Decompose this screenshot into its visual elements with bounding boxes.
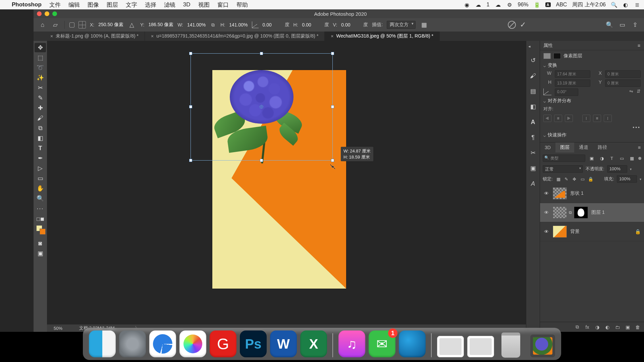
- menu-help[interactable]: 帮助: [236, 1, 248, 9]
- menu-extras-icon[interactable]: ≣: [634, 2, 640, 8]
- eraser-tool[interactable]: ◧: [35, 133, 46, 143]
- delete-layer-icon[interactable]: 🗑: [635, 324, 641, 330]
- mask-icon[interactable]: ◑: [594, 324, 600, 330]
- aspect-link-icon[interactable]: ⧉: [210, 21, 216, 28]
- layer-name[interactable]: 图层 1: [591, 209, 605, 216]
- menu-view[interactable]: 视图: [198, 1, 210, 9]
- cancel-transform-icon[interactable]: [508, 21, 516, 29]
- adjustment-icon[interactable]: ◐: [604, 324, 610, 330]
- input-source-text[interactable]: ABC: [556, 2, 567, 8]
- type-tool[interactable]: T: [35, 143, 46, 153]
- hskew-value[interactable]: 0.00: [302, 22, 320, 27]
- menu-select[interactable]: 选择: [145, 1, 156, 9]
- traffic-lights[interactable]: [37, 11, 57, 16]
- minimized-document-icon[interactable]: [530, 335, 555, 357]
- marquee-tool[interactable]: ⬚: [35, 53, 46, 62]
- pen-tool[interactable]: ✒: [35, 154, 46, 163]
- filter-image-icon[interactable]: ▣: [588, 155, 595, 162]
- lock-all-icon[interactable]: 🔒: [588, 176, 594, 182]
- transform-handle[interactable]: [189, 105, 192, 108]
- char-styles-panel-icon[interactable]: A: [529, 179, 537, 188]
- swatches-panel-icon[interactable]: ▤: [529, 87, 537, 96]
- quick-select-tool[interactable]: ✨: [35, 73, 46, 82]
- menu-3d[interactable]: 3D: [183, 1, 191, 8]
- align-bottom-icon[interactable]: ⫶: [604, 115, 612, 122]
- x-value[interactable]: 250.50 像素: [98, 22, 123, 28]
- lock-brush-icon[interactable]: ✎: [564, 176, 570, 182]
- quick-share-icon[interactable]: ▭: [618, 20, 627, 29]
- section-align[interactable]: 对齐并分布: [543, 98, 641, 104]
- transform-center-icon[interactable]: [260, 105, 263, 108]
- finder-app-icon[interactable]: [89, 330, 116, 357]
- adjust-panel-icon[interactable]: ◧: [529, 102, 537, 111]
- excel-app-icon[interactable]: X: [300, 330, 327, 357]
- layer-filter-search[interactable]: 类型: [543, 155, 585, 162]
- siri-icon[interactable]: ◐: [623, 2, 629, 8]
- menu-image[interactable]: 图像: [88, 1, 99, 9]
- properties-panel-header[interactable]: 属性 ≡: [540, 41, 644, 50]
- commit-transform-icon[interactable]: ✓: [520, 20, 526, 29]
- quick-mask-icon[interactable]: ◙: [35, 239, 46, 248]
- section-quick[interactable]: 快速操作: [543, 132, 641, 138]
- opacity-value[interactable]: 100%: [607, 165, 627, 173]
- menu-edit[interactable]: 编辑: [68, 1, 80, 9]
- libraries-panel-icon[interactable]: ▣: [529, 164, 537, 173]
- rectangle-tool[interactable]: ▭: [35, 174, 46, 183]
- zoom-value[interactable]: 50%: [54, 326, 62, 331]
- section-transform[interactable]: 变换: [543, 62, 641, 68]
- prop-x-value[interactable]: 0 厘米: [605, 70, 641, 78]
- close-window-button[interactable]: [37, 11, 42, 16]
- layer-row[interactable]: 👁 背景 🔒: [540, 222, 644, 241]
- battery-icon[interactable]: 🔋: [534, 2, 540, 8]
- search-icon[interactable]: 🔍: [605, 20, 614, 29]
- mini-swap-swatch[interactable]: [35, 214, 46, 223]
- apple-music-app-icon[interactable]: ♫: [338, 330, 365, 357]
- layer-name[interactable]: 形状 1: [570, 190, 584, 196]
- filter-adjust-icon[interactable]: ◑: [598, 155, 605, 162]
- app-name[interactable]: Photoshop: [12, 1, 42, 8]
- layer-row[interactable]: 👁 ⧉ 图层 1: [540, 203, 644, 222]
- fg-bg-swatch[interactable]: [35, 224, 46, 233]
- crop-tool[interactable]: ✂: [35, 83, 46, 93]
- cloud-icon[interactable]: ☁: [495, 2, 501, 8]
- transform-handle[interactable]: [331, 52, 334, 55]
- y-value[interactable]: 186.50 像素: [148, 22, 173, 28]
- window-titlebar[interactable]: Adobe Photoshop 2020: [34, 9, 644, 18]
- trash-icon[interactable]: [497, 330, 524, 357]
- warp-icon[interactable]: ▦: [420, 20, 428, 29]
- prop-h-value[interactable]: 13.19 厘米: [555, 79, 590, 87]
- blend-mode-dropdown[interactable]: 正常: [543, 165, 583, 173]
- lock-pixels-icon[interactable]: ▦: [555, 176, 561, 182]
- panel-menu-icon[interactable]: ≡: [638, 43, 641, 48]
- close-tab-icon[interactable]: ×: [151, 34, 154, 39]
- visibility-toggle-icon[interactable]: 👁: [543, 210, 549, 215]
- hand-tool[interactable]: ✋: [35, 184, 46, 193]
- flip-v-icon[interactable]: ⇵: [637, 88, 641, 96]
- align-top-icon[interactable]: ⫶: [582, 115, 590, 122]
- transform-handle[interactable]: [260, 52, 263, 55]
- tab-layers[interactable]: 图层: [555, 142, 574, 153]
- link-layers-icon[interactable]: ⧉: [574, 324, 580, 330]
- tab-3d[interactable]: 3D: [540, 142, 555, 153]
- document-tab[interactable]: × WechatIMG318.jpeg @ 50% (图层 1, RGB/8) …: [325, 32, 440, 41]
- mask-link-icon[interactable]: ⧉: [569, 210, 572, 215]
- close-tab-icon[interactable]: ×: [50, 34, 53, 39]
- align-vcenter-icon[interactable]: ≡: [593, 115, 601, 122]
- new-layer-icon[interactable]: ▣: [625, 324, 631, 330]
- transform-bounding-box[interactable]: [191, 53, 333, 161]
- angle-icon[interactable]: [252, 21, 259, 28]
- interp-dropdown[interactable]: 两次立方: [387, 21, 416, 29]
- layer-thumbnail[interactable]: [553, 187, 567, 199]
- group-icon[interactable]: 🗀: [614, 324, 621, 330]
- canvas[interactable]: W: 24.87 厘米 H: 18.59 厘米 50% 文档:2.02M/1.3…: [47, 41, 526, 332]
- netease-music-app-icon[interactable]: G: [210, 330, 236, 357]
- clone-stamp-tool[interactable]: ⧉: [35, 123, 46, 133]
- brush-panel-icon[interactable]: 🖌: [529, 71, 537, 80]
- photos-app-icon[interactable]: [179, 330, 206, 357]
- auto-select-checkbox[interactable]: [69, 22, 74, 27]
- screen-mode-icon[interactable]: ▣: [35, 249, 46, 258]
- minimized-window[interactable]: [437, 336, 464, 357]
- h-value[interactable]: 141.00%: [229, 22, 248, 27]
- collapse-arrows-icon[interactable]: ◂◂: [528, 44, 529, 49]
- layer-thumbnail[interactable]: [553, 226, 567, 238]
